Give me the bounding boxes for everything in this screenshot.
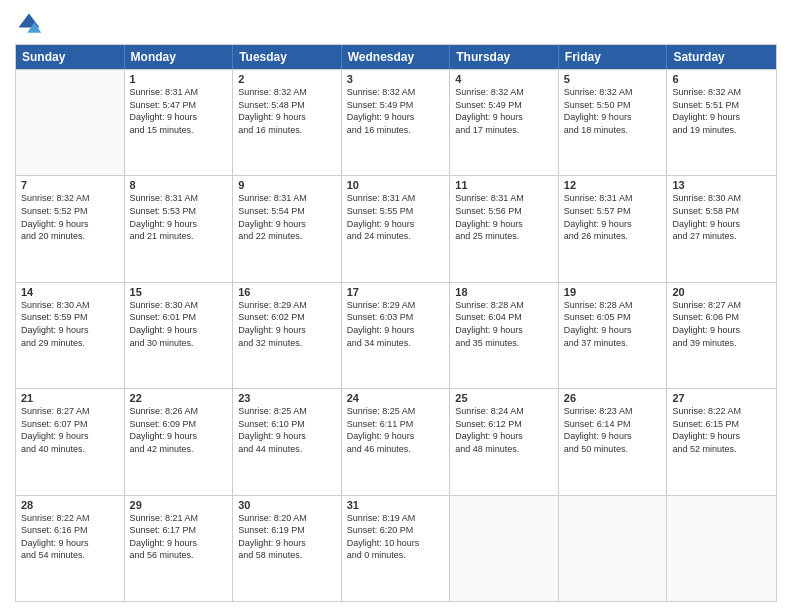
calendar-week-row: 14Sunrise: 8:30 AM Sunset: 5:59 PM Dayli… xyxy=(16,282,776,388)
cell-content: Sunrise: 8:32 AM Sunset: 5:50 PM Dayligh… xyxy=(564,86,662,136)
calendar-cell: 12Sunrise: 8:31 AM Sunset: 5:57 PM Dayli… xyxy=(559,176,668,281)
day-number: 26 xyxy=(564,392,662,404)
calendar-cell: 14Sunrise: 8:30 AM Sunset: 5:59 PM Dayli… xyxy=(16,283,125,388)
header xyxy=(15,10,777,38)
calendar-cell: 7Sunrise: 8:32 AM Sunset: 5:52 PM Daylig… xyxy=(16,176,125,281)
cell-content: Sunrise: 8:31 AM Sunset: 5:47 PM Dayligh… xyxy=(130,86,228,136)
day-number: 13 xyxy=(672,179,771,191)
day-number: 15 xyxy=(130,286,228,298)
day-number: 3 xyxy=(347,73,445,85)
day-header: Saturday xyxy=(667,45,776,69)
calendar-cell: 30Sunrise: 8:20 AM Sunset: 6:19 PM Dayli… xyxy=(233,496,342,601)
day-number: 12 xyxy=(564,179,662,191)
day-number: 22 xyxy=(130,392,228,404)
day-header: Tuesday xyxy=(233,45,342,69)
cell-content: Sunrise: 8:32 AM Sunset: 5:49 PM Dayligh… xyxy=(347,86,445,136)
calendar-cell: 21Sunrise: 8:27 AM Sunset: 6:07 PM Dayli… xyxy=(16,389,125,494)
calendar-week-row: 1Sunrise: 8:31 AM Sunset: 5:47 PM Daylig… xyxy=(16,69,776,175)
calendar-cell xyxy=(667,496,776,601)
calendar-cell: 3Sunrise: 8:32 AM Sunset: 5:49 PM Daylig… xyxy=(342,70,451,175)
cell-content: Sunrise: 8:31 AM Sunset: 5:55 PM Dayligh… xyxy=(347,192,445,242)
day-header: Sunday xyxy=(16,45,125,69)
logo xyxy=(15,10,47,38)
day-number: 9 xyxy=(238,179,336,191)
calendar-cell: 4Sunrise: 8:32 AM Sunset: 5:49 PM Daylig… xyxy=(450,70,559,175)
calendar-cell: 24Sunrise: 8:25 AM Sunset: 6:11 PM Dayli… xyxy=(342,389,451,494)
day-number: 2 xyxy=(238,73,336,85)
calendar-cell: 29Sunrise: 8:21 AM Sunset: 6:17 PM Dayli… xyxy=(125,496,234,601)
calendar-cell: 2Sunrise: 8:32 AM Sunset: 5:48 PM Daylig… xyxy=(233,70,342,175)
calendar-cell: 13Sunrise: 8:30 AM Sunset: 5:58 PM Dayli… xyxy=(667,176,776,281)
cell-content: Sunrise: 8:25 AM Sunset: 6:11 PM Dayligh… xyxy=(347,405,445,455)
day-number: 7 xyxy=(21,179,119,191)
cell-content: Sunrise: 8:20 AM Sunset: 6:19 PM Dayligh… xyxy=(238,512,336,562)
cell-content: Sunrise: 8:30 AM Sunset: 5:59 PM Dayligh… xyxy=(21,299,119,349)
calendar-cell: 31Sunrise: 8:19 AM Sunset: 6:20 PM Dayli… xyxy=(342,496,451,601)
calendar-cell: 8Sunrise: 8:31 AM Sunset: 5:53 PM Daylig… xyxy=(125,176,234,281)
calendar-cell: 18Sunrise: 8:28 AM Sunset: 6:04 PM Dayli… xyxy=(450,283,559,388)
cell-content: Sunrise: 8:31 AM Sunset: 5:56 PM Dayligh… xyxy=(455,192,553,242)
page: SundayMondayTuesdayWednesdayThursdayFrid… xyxy=(0,0,792,612)
calendar-cell: 22Sunrise: 8:26 AM Sunset: 6:09 PM Dayli… xyxy=(125,389,234,494)
calendar-cell xyxy=(559,496,668,601)
day-number: 25 xyxy=(455,392,553,404)
cell-content: Sunrise: 8:32 AM Sunset: 5:48 PM Dayligh… xyxy=(238,86,336,136)
day-number: 6 xyxy=(672,73,771,85)
day-number: 11 xyxy=(455,179,553,191)
cell-content: Sunrise: 8:24 AM Sunset: 6:12 PM Dayligh… xyxy=(455,405,553,455)
calendar-cell: 11Sunrise: 8:31 AM Sunset: 5:56 PM Dayli… xyxy=(450,176,559,281)
day-header: Friday xyxy=(559,45,668,69)
cell-content: Sunrise: 8:23 AM Sunset: 6:14 PM Dayligh… xyxy=(564,405,662,455)
calendar-cell xyxy=(16,70,125,175)
calendar-cell: 16Sunrise: 8:29 AM Sunset: 6:02 PM Dayli… xyxy=(233,283,342,388)
cell-content: Sunrise: 8:32 AM Sunset: 5:49 PM Dayligh… xyxy=(455,86,553,136)
cell-content: Sunrise: 8:19 AM Sunset: 6:20 PM Dayligh… xyxy=(347,512,445,562)
cell-content: Sunrise: 8:21 AM Sunset: 6:17 PM Dayligh… xyxy=(130,512,228,562)
day-number: 8 xyxy=(130,179,228,191)
calendar-cell: 23Sunrise: 8:25 AM Sunset: 6:10 PM Dayli… xyxy=(233,389,342,494)
day-number: 17 xyxy=(347,286,445,298)
day-number: 24 xyxy=(347,392,445,404)
cell-content: Sunrise: 8:31 AM Sunset: 5:54 PM Dayligh… xyxy=(238,192,336,242)
calendar-cell: 15Sunrise: 8:30 AM Sunset: 6:01 PM Dayli… xyxy=(125,283,234,388)
calendar-body: 1Sunrise: 8:31 AM Sunset: 5:47 PM Daylig… xyxy=(16,69,776,601)
cell-content: Sunrise: 8:32 AM Sunset: 5:52 PM Dayligh… xyxy=(21,192,119,242)
logo-icon xyxy=(15,10,43,38)
day-number: 27 xyxy=(672,392,771,404)
calendar-cell: 28Sunrise: 8:22 AM Sunset: 6:16 PM Dayli… xyxy=(16,496,125,601)
calendar-cell: 10Sunrise: 8:31 AM Sunset: 5:55 PM Dayli… xyxy=(342,176,451,281)
calendar-cell: 26Sunrise: 8:23 AM Sunset: 6:14 PM Dayli… xyxy=(559,389,668,494)
day-number: 14 xyxy=(21,286,119,298)
cell-content: Sunrise: 8:27 AM Sunset: 6:06 PM Dayligh… xyxy=(672,299,771,349)
day-header: Thursday xyxy=(450,45,559,69)
day-number: 10 xyxy=(347,179,445,191)
calendar-week-row: 21Sunrise: 8:27 AM Sunset: 6:07 PM Dayli… xyxy=(16,388,776,494)
calendar-cell xyxy=(450,496,559,601)
calendar-cell: 9Sunrise: 8:31 AM Sunset: 5:54 PM Daylig… xyxy=(233,176,342,281)
day-number: 16 xyxy=(238,286,336,298)
day-header: Monday xyxy=(125,45,234,69)
cell-content: Sunrise: 8:31 AM Sunset: 5:57 PM Dayligh… xyxy=(564,192,662,242)
calendar-cell: 27Sunrise: 8:22 AM Sunset: 6:15 PM Dayli… xyxy=(667,389,776,494)
day-number: 21 xyxy=(21,392,119,404)
day-header: Wednesday xyxy=(342,45,451,69)
day-number: 28 xyxy=(21,499,119,511)
cell-content: Sunrise: 8:22 AM Sunset: 6:15 PM Dayligh… xyxy=(672,405,771,455)
cell-content: Sunrise: 8:31 AM Sunset: 5:53 PM Dayligh… xyxy=(130,192,228,242)
day-number: 30 xyxy=(238,499,336,511)
calendar-cell: 19Sunrise: 8:28 AM Sunset: 6:05 PM Dayli… xyxy=(559,283,668,388)
day-number: 20 xyxy=(672,286,771,298)
cell-content: Sunrise: 8:22 AM Sunset: 6:16 PM Dayligh… xyxy=(21,512,119,562)
calendar-cell: 6Sunrise: 8:32 AM Sunset: 5:51 PM Daylig… xyxy=(667,70,776,175)
day-number: 5 xyxy=(564,73,662,85)
day-number: 4 xyxy=(455,73,553,85)
calendar-cell: 1Sunrise: 8:31 AM Sunset: 5:47 PM Daylig… xyxy=(125,70,234,175)
cell-content: Sunrise: 8:29 AM Sunset: 6:02 PM Dayligh… xyxy=(238,299,336,349)
cell-content: Sunrise: 8:29 AM Sunset: 6:03 PM Dayligh… xyxy=(347,299,445,349)
day-number: 31 xyxy=(347,499,445,511)
cell-content: Sunrise: 8:30 AM Sunset: 6:01 PM Dayligh… xyxy=(130,299,228,349)
day-number: 19 xyxy=(564,286,662,298)
calendar-cell: 25Sunrise: 8:24 AM Sunset: 6:12 PM Dayli… xyxy=(450,389,559,494)
calendar-week-row: 28Sunrise: 8:22 AM Sunset: 6:16 PM Dayli… xyxy=(16,495,776,601)
calendar-header: SundayMondayTuesdayWednesdayThursdayFrid… xyxy=(16,45,776,69)
